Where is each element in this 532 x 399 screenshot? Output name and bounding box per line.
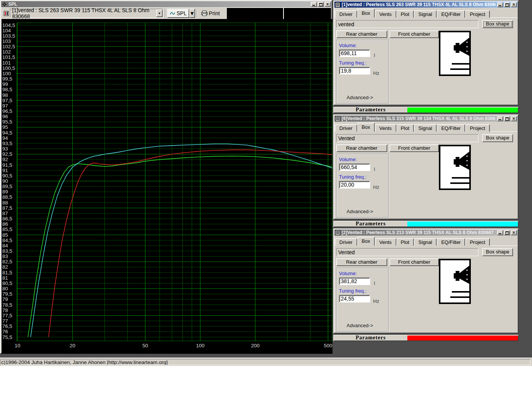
tab-eq-filter[interactable]: EQ/Filter <box>437 124 465 132</box>
project2-tab-strip: Driver Box Vents Plot Signal EQ/Filter P… <box>335 123 517 132</box>
chevron-down-icon[interactable]: ▼ <box>156 10 163 17</box>
tuning-freq-field[interactable] <box>339 67 370 74</box>
tuning-freq-field[interactable] <box>339 295 370 302</box>
svg-text:91,5: 91,5 <box>2 162 12 168</box>
svg-text:93: 93 <box>2 146 8 152</box>
project3-titlebar[interactable]: [2]Vented : Peerless SLS 213 SWR 39 115 … <box>334 230 518 236</box>
close-icon[interactable]: X <box>511 2 517 7</box>
project3-parameters-row[interactable]: Parameters <box>333 335 519 341</box>
tab-plot[interactable]: Plot <box>396 124 414 132</box>
box-type-dropdown[interactable]: vented <box>336 20 478 28</box>
restore-icon[interactable] <box>504 116 510 121</box>
tab-plot[interactable]: Plot <box>396 238 414 246</box>
rear-chamber-tab[interactable]: Rear chamber <box>336 144 387 152</box>
svg-text:97: 97 <box>2 103 8 109</box>
minimize-icon[interactable] <box>497 2 503 7</box>
minimize-icon[interactable] <box>311 2 317 7</box>
maximize-icon[interactable] <box>318 2 324 7</box>
volume-field[interactable] <box>339 163 370 171</box>
svg-text:84: 84 <box>2 243 8 249</box>
minimize-icon[interactable] <box>497 116 503 121</box>
tab-box[interactable]: Box <box>357 9 375 18</box>
svg-text:87: 87 <box>2 211 8 216</box>
tab-vents[interactable]: Vents <box>375 238 396 246</box>
tuning-freq-unit: Hz <box>373 70 379 76</box>
box-type-dropdown[interactable]: Vented <box>336 248 478 256</box>
spl-window-title: SPL <box>8 2 309 7</box>
project-window-icon <box>335 2 340 7</box>
front-chamber-tab[interactable]: Front chamber <box>390 30 439 38</box>
svg-text:79,5: 79,5 <box>2 291 12 297</box>
tab-box[interactable]: Box <box>357 123 375 132</box>
tab-driver[interactable]: Driver <box>335 124 357 132</box>
close-icon[interactable]: X <box>511 116 517 121</box>
volume-unit: l <box>374 52 375 58</box>
svg-text:10: 10 <box>14 343 20 348</box>
project1-title: [1]vented : Peerless SLS 263 SWR 39 115 … <box>342 2 496 7</box>
svg-text:76,5: 76,5 <box>2 323 12 329</box>
project1-parameters-row[interactable]: Parameters <box>333 107 519 113</box>
svg-text:90,5: 90,5 <box>2 173 12 179</box>
tab-signal[interactable]: Signal <box>414 124 437 132</box>
box-shape-button[interactable]: Box shape <box>482 20 513 28</box>
svg-text:81,5: 81,5 <box>2 270 12 276</box>
volume-field[interactable] <box>339 49 370 57</box>
advanced-link[interactable]: Advanced-> <box>347 95 373 100</box>
tab-signal[interactable]: Signal <box>414 10 437 18</box>
tab-plot[interactable]: Plot <box>396 10 414 18</box>
box-type-dropdown[interactable]: Vented <box>336 134 478 142</box>
svg-text:101: 101 <box>2 60 11 66</box>
tuning-freq-field[interactable] <box>339 181 370 188</box>
box-shape-button[interactable]: Box shape <box>482 134 513 142</box>
tab-box[interactable]: Box <box>357 237 375 246</box>
svg-text:83: 83 <box>2 253 8 259</box>
box-shape-button[interactable]: Box shape <box>482 248 513 256</box>
parameters-color-bar <box>407 222 518 226</box>
svg-text:96: 96 <box>2 114 8 119</box>
box-diagram <box>439 31 471 76</box>
project1-titlebar[interactable]: [1]vented : Peerless SLS 263 SWR 39 115 … <box>334 2 518 8</box>
tab-project[interactable]: Project <box>465 124 489 132</box>
close-icon[interactable]: X <box>325 2 331 7</box>
close-icon[interactable]: X <box>511 230 517 235</box>
volume-field[interactable] <box>339 277 370 285</box>
spl-plot-type-button[interactable]: SPL <box>167 9 189 18</box>
minimize-icon[interactable] <box>497 230 503 235</box>
project-selector-dropdown[interactable]: [1]vented : SLS 263 SWR 39 115 THSX 4L A… <box>10 9 163 18</box>
svg-text:89: 89 <box>2 189 8 195</box>
restore-icon[interactable] <box>504 2 510 7</box>
svg-text:86: 86 <box>2 221 8 227</box>
front-chamber-tab[interactable]: Front chamber <box>390 144 439 152</box>
tab-driver[interactable]: Driver <box>335 10 357 18</box>
tab-eq-filter[interactable]: EQ/Filter <box>437 238 465 246</box>
box-diagram <box>439 145 471 190</box>
project1-tab-strip: Driver Box Vents Plot Signal EQ/Filter P… <box>335 9 517 18</box>
tab-driver[interactable]: Driver <box>335 238 357 246</box>
spl-plot-type-arrow[interactable]: ▼ <box>189 9 195 18</box>
print-button[interactable]: Print <box>198 9 223 18</box>
svg-text:99: 99 <box>2 81 8 87</box>
tab-vents[interactable]: Vents <box>375 124 396 132</box>
tab-vents[interactable]: Vents <box>375 10 396 18</box>
spl-titlebar[interactable]: SPL X <box>1 1 331 7</box>
restore-icon[interactable] <box>504 230 510 235</box>
project-icon <box>4 11 9 16</box>
tuning-freq-label: Tuning freq.: <box>339 60 367 66</box>
chamber-parameters-group: Volume: l Tuning freq.: Hz Advanced-> <box>336 154 389 218</box>
svg-text:200: 200 <box>251 343 260 348</box>
project2-titlebar[interactable]: [6]Vented : Peerless SLS 315 SWR 39 134 … <box>334 116 518 122</box>
tab-project[interactable]: Project <box>465 238 489 246</box>
rear-chamber-tab[interactable]: Rear chamber <box>336 30 387 38</box>
rear-chamber-tab[interactable]: Rear chamber <box>336 258 387 266</box>
tab-signal[interactable]: Signal <box>414 238 437 246</box>
tab-project[interactable]: Project <box>465 10 489 18</box>
project1-box-tab-content: vented Box shape Rear chamber Front cham… <box>335 17 517 104</box>
advanced-link[interactable]: Advanced-> <box>347 209 373 214</box>
front-chamber-tab[interactable]: Front chamber <box>390 258 439 266</box>
svg-text:78,5: 78,5 <box>2 302 12 308</box>
advanced-link[interactable]: Advanced-> <box>347 323 373 328</box>
svg-text:104: 104 <box>2 28 11 33</box>
project2-parameters-row[interactable]: Parameters <box>333 221 519 227</box>
tab-eq-filter[interactable]: EQ/Filter <box>437 10 465 18</box>
project-selector-value: [1]vented : SLS 263 SWR 39 115 THSX 4L A… <box>12 7 163 19</box>
